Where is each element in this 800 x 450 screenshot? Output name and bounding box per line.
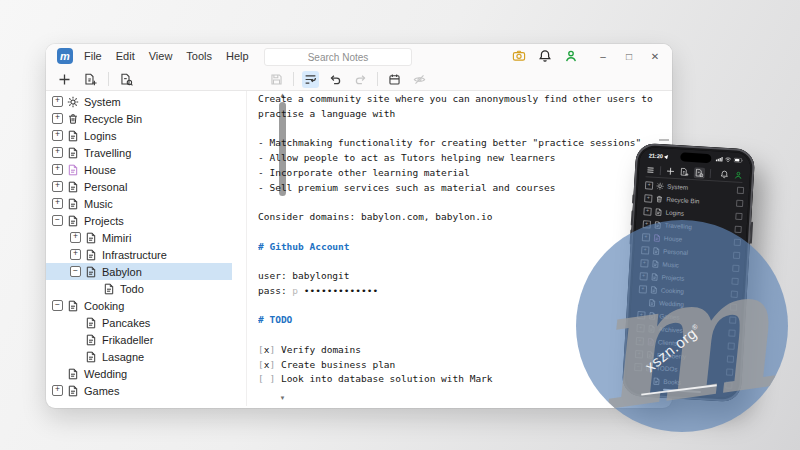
expand-icon[interactable]: + [52,130,63,141]
trash-icon [67,113,79,125]
camera-icon[interactable] [512,49,526,63]
tree-item-projects[interactable]: −Projects [46,212,232,229]
note-icon [67,215,79,227]
tree-item-label: Music [84,198,113,210]
expand-icon[interactable]: + [70,249,81,260]
search-input[interactable]: Search Notes [264,48,412,66]
redo-button[interactable] [352,71,369,88]
editor-line [258,122,664,137]
tree-item-label: Travelling [84,147,131,159]
pane-divider [246,91,247,406]
expand-icon: + [644,194,652,202]
hide-button[interactable] [411,71,428,88]
tree-item-music[interactable]: +Music [46,195,232,212]
minimize-button[interactable]: – [596,51,610,62]
tree-item-infrastructure[interactable]: +Infrastructure [46,246,232,263]
tree-item-lasagne[interactable]: Lasagne [46,348,232,365]
note-icon [85,317,97,329]
expand-icon[interactable]: + [52,181,63,192]
row-marker [737,187,744,194]
signal-icon [715,156,723,162]
menu-file[interactable]: File [77,50,109,62]
add-note-button[interactable] [56,71,73,88]
tree-item-recycle-bin[interactable]: +Recycle Bin [46,110,232,127]
tree-item-travelling[interactable]: +Travelling [46,144,232,161]
expand-icon[interactable]: + [52,113,63,124]
tree-item-games[interactable]: +Games [46,382,232,399]
menu-hamburger-icon [646,165,656,175]
editor-scrollbar[interactable] [659,139,669,141]
account-icon[interactable] [564,49,578,63]
undo-button[interactable] [327,71,344,88]
phone-tree-item-label: Recycle Bin [666,196,700,205]
tree-item-label: Lasagne [102,351,144,363]
collapse-icon[interactable]: − [52,300,63,311]
desktop-background: m FileEditViewToolsHelp Search Notes – □… [0,0,800,450]
menu-view[interactable]: View [142,50,180,62]
tree-item-system[interactable]: +System [46,93,232,110]
dynamic-island [680,152,711,163]
watermark-m-glyph: m [576,220,788,432]
tree-item-personal[interactable]: +Personal [46,178,232,195]
maximize-button[interactable]: □ [622,51,636,62]
note-icon [67,300,79,312]
note-icon [67,164,79,176]
phone-tree-item-label: Logins [665,209,684,217]
battery-icon [734,157,744,164]
add-note-icon [666,166,676,176]
note-icon [654,207,662,215]
find-note-button[interactable] [118,71,135,88]
expand-icon[interactable]: + [52,198,63,209]
collapse-icon[interactable]: − [52,215,63,226]
editor-line [258,225,664,240]
tree-item-pancakes[interactable]: Pancakes [46,314,232,331]
toolbar-divider [660,166,662,175]
editor-line: - Allow people to act as Tutors helping … [258,151,664,166]
expand-icon[interactable]: + [52,147,63,158]
tree-item-label: System [84,96,121,108]
expand-icon[interactable]: + [52,385,63,396]
collapse-icon[interactable]: − [70,266,81,277]
editor-toolbar [268,68,428,90]
note-icon [67,385,79,397]
toolbar-divider [293,72,294,86]
editor-line: Create a community site where you can an… [258,92,664,107]
phone-volume-up-button [630,210,633,225]
expand-icon[interactable]: + [70,232,81,243]
tree-item-house[interactable]: +House [46,161,232,178]
menu-help[interactable]: Help [219,50,256,62]
note-icon [67,198,79,210]
tree-item-label: Frikadeller [102,334,153,346]
expand-icon: + [645,181,653,189]
notifications-bell-icon[interactable] [538,49,552,63]
tree-item-label: Projects [84,215,124,227]
menu-edit[interactable]: Edit [109,50,142,62]
note-icon [103,283,115,295]
tree-item-label: Logins [84,130,116,142]
note-icon [85,351,97,363]
word-wrap-button[interactable] [302,71,319,88]
note-icon [85,266,97,278]
editor-line: - Matchmaking functionality for creating… [258,136,664,151]
tree-item-wedding[interactable]: Wedding [46,365,232,382]
create-child-note-button[interactable] [82,71,99,88]
editor-line: - Incorporate other learning material [258,166,664,181]
tree-item-frikadeller[interactable]: Frikadeller [46,331,232,348]
tree-item-todo[interactable]: Todo [46,280,232,297]
menu-tools[interactable]: Tools [179,50,219,62]
expand-icon[interactable]: + [52,164,63,175]
note-icon [85,232,97,244]
tree-item-mimiri[interactable]: +Mimiri [46,229,232,246]
history-button[interactable] [386,71,403,88]
gear-icon [67,96,79,108]
tree-item-babylon[interactable]: −Babylon [46,263,232,280]
close-button[interactable]: ✕ [648,51,662,62]
expand-icon[interactable]: + [52,96,63,107]
tree-toolbar [56,68,135,90]
wifi-icon [725,156,732,162]
editor-line [258,195,664,210]
row-marker [736,200,743,207]
tree-item-cooking[interactable]: −Cooking [46,297,232,314]
save-button[interactable] [268,71,285,88]
tree-item-logins[interactable]: +Logins [46,127,232,144]
